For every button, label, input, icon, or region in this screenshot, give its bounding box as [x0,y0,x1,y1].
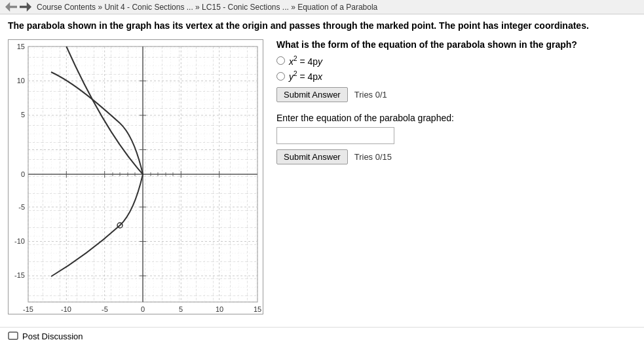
submit-answer-button-1[interactable]: Submit Answer [276,87,348,102]
radio-x2-4py[interactable] [276,56,285,65]
svg-text:-5: -5 [18,203,25,211]
tries-2: Tries 0/15 [354,152,392,162]
content-area: 15 10 5 0 -5 -10 -15 -15 -10 -5 0 5 10 1… [8,39,636,316]
svg-text:-5: -5 [102,305,108,313]
radio-y2-4px[interactable] [276,72,285,81]
radio-option-1[interactable]: x2 = 4py [276,55,636,67]
question1-text: What is the form of the equation of the … [276,39,636,50]
submit-row-1: Submit Answer Tries 0/1 [276,87,636,102]
svg-text:15: 15 [17,43,25,50]
forward-button[interactable] [20,1,31,13]
back-button[interactable] [5,1,17,13]
svg-text:-15: -15 [14,271,25,279]
questions-area: What is the form of the equation of the … [276,39,636,175]
breadcrumb: Course Contents » Unit 4 - Conic Section… [37,3,377,12]
svg-text:5: 5 [179,305,183,313]
option-label-1: x2 = 4py [289,55,322,67]
main-content: The parabola shown in the graph has its … [0,14,644,322]
post-discussion-bar[interactable]: Post Discussion [0,327,644,340]
problem-description: The parabola shown in the graph has its … [8,20,636,33]
graph-container: 15 10 5 0 -5 -10 -15 -15 -10 -5 0 5 10 1… [8,39,263,316]
svg-text:-10: -10 [61,305,71,313]
post-discussion-label: Post Discussion [22,331,83,340]
submit-answer-button-2[interactable]: Submit Answer [276,149,348,164]
svg-text:0: 0 [21,170,25,178]
equation-input[interactable] [276,127,394,144]
svg-text:10: 10 [216,305,223,313]
submit-row-2: Submit Answer Tries 0/15 [276,149,636,164]
nav-arrows[interactable] [5,1,31,13]
question2-text: Enter the equation of the parabola graph… [276,113,636,123]
svg-text:10: 10 [17,77,25,85]
top-navigation: Course Contents » Unit 4 - Conic Section… [0,0,644,14]
tries-1: Tries 0/1 [354,90,387,100]
discussion-icon [8,331,18,340]
svg-text:15: 15 [254,305,261,313]
svg-text:-10: -10 [14,237,25,245]
svg-rect-51 [9,332,18,339]
svg-text:-15: -15 [23,305,33,313]
graph-svg: 15 10 5 0 -5 -10 -15 -15 -10 -5 0 5 10 1… [8,39,263,314]
svg-text:0: 0 [141,305,145,313]
option-label-2: y2 = 4px [289,70,322,82]
svg-text:5: 5 [21,111,25,119]
radio-option-2[interactable]: y2 = 4px [276,70,636,82]
